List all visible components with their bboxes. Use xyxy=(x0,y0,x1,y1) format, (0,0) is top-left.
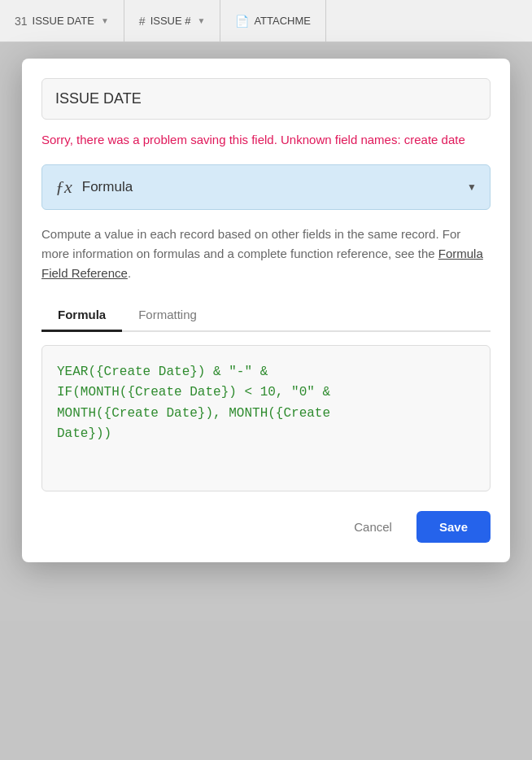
error-message: Sorry, there was a problem saving this f… xyxy=(41,131,491,150)
field-name-input[interactable] xyxy=(41,78,491,120)
tab-formatting[interactable]: Formatting xyxy=(122,299,213,332)
save-button[interactable]: Save xyxy=(416,511,491,543)
modal-overlay: Sorry, there was a problem saving this f… xyxy=(0,42,532,760)
calendar-icon: 31 xyxy=(15,15,28,28)
modal-footer: Cancel Save xyxy=(41,511,491,543)
modal-panel: Sorry, there was a problem saving this f… xyxy=(22,59,510,562)
tab-attachments[interactable]: 📄 ATTACHME xyxy=(220,0,326,41)
cancel-button[interactable]: Cancel xyxy=(341,512,405,542)
attachment-icon: 📄 xyxy=(235,15,249,28)
tab-issue-date[interactable]: 31 ISSUE DATE ▼ xyxy=(0,0,124,41)
tab-issue-date-label: ISSUE DATE xyxy=(33,15,94,27)
hash-icon: # xyxy=(139,15,146,28)
tab-attachments-label: ATTACHME xyxy=(254,15,311,27)
type-selector[interactable]: ƒx Formula ▼ xyxy=(41,164,491,210)
tab-issue-number[interactable]: # ISSUE # ▼ xyxy=(124,0,221,41)
description-text: Compute a value in each record based on … xyxy=(41,225,491,283)
chevron-down-icon-2: ▼ xyxy=(197,16,205,25)
type-selector-label: Formula xyxy=(82,179,133,195)
type-selector-left: ƒx Formula xyxy=(55,177,133,198)
tab-formula[interactable]: Formula xyxy=(41,299,122,332)
dropdown-arrow-icon: ▼ xyxy=(467,181,477,193)
formula-fx-icon: ƒx xyxy=(55,177,72,198)
tab-bar: 31 ISSUE DATE ▼ # ISSUE # ▼ 📄 ATTACHME xyxy=(0,0,532,42)
tab-issue-number-label: ISSUE # xyxy=(150,15,191,27)
sub-tabs: Formula Formatting xyxy=(41,299,491,332)
formula-code-area[interactable]: YEAR({Create Date}) & "-" & IF(MONTH({Cr… xyxy=(41,345,491,491)
chevron-down-icon: ▼ xyxy=(101,16,109,25)
